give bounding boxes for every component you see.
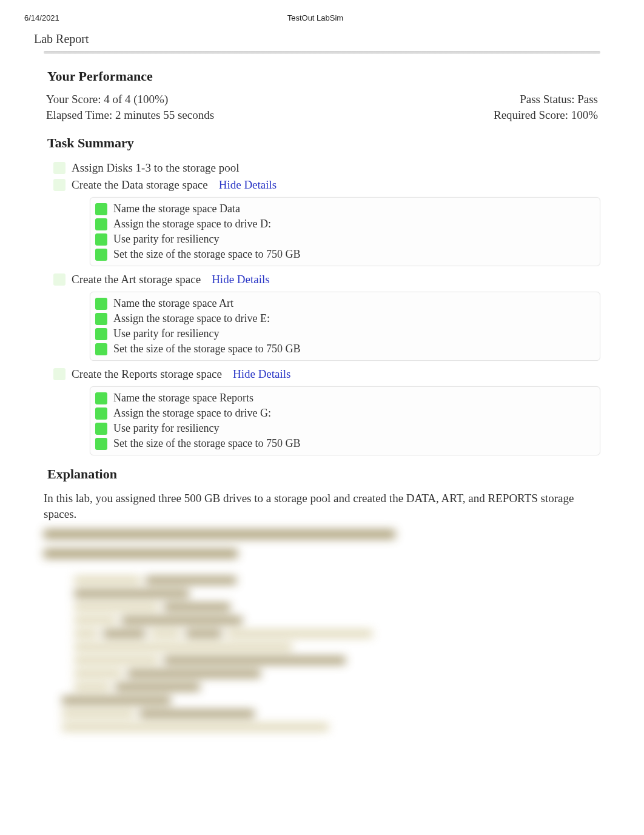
task-label: Create the Reports storage space xyxy=(72,367,222,381)
check-icon xyxy=(95,438,107,450)
check-icon xyxy=(95,423,107,435)
task-item: Assign Disks 1-3 to the storage pool xyxy=(44,159,600,176)
subtask-label: Name the storage space Art xyxy=(113,297,233,310)
subtask-item: Use parity for resiliency xyxy=(94,326,596,341)
hide-details-link[interactable]: Hide Details xyxy=(233,367,291,381)
task-summary-heading: Task Summary xyxy=(47,135,600,151)
task-item: Create the Data storage space Hide Detai… xyxy=(44,176,600,193)
task-details-panel: Name the storage space Art Assign the st… xyxy=(44,292,600,361)
subtask-item: Set the size of the storage space to 750… xyxy=(94,247,596,262)
blurred-content xyxy=(44,528,600,728)
subtask-label: Assign the storage space to drive E: xyxy=(113,312,270,325)
check-icon xyxy=(95,298,107,310)
score-value: Your Score: 4 of 4 (100%) xyxy=(46,93,168,106)
subtask-item: Assign the storage space to drive E: xyxy=(94,311,596,326)
subtask-label: Use parity for resiliency xyxy=(113,422,219,435)
task-details-panel: Name the storage space Data Assign the s… xyxy=(44,197,600,266)
subtask-label: Name the storage space Data xyxy=(113,203,240,215)
check-icon xyxy=(95,233,107,246)
task-label: Assign Disks 1-3 to the storage pool xyxy=(72,161,240,175)
subtask-label: Assign the storage space to drive G: xyxy=(113,407,271,420)
subtask-item: Assign the storage space to drive G: xyxy=(94,406,596,421)
check-icon xyxy=(53,368,65,380)
check-icon xyxy=(53,273,65,286)
subtask-item: Name the storage space Data xyxy=(94,201,596,216)
task-label: Create the Art storage space xyxy=(72,273,201,286)
check-icon xyxy=(95,313,107,325)
subtask-item: Assign the storage space to drive D: xyxy=(94,216,596,232)
subtask-item: Name the storage space Reports xyxy=(94,391,596,406)
subtask-label: Set the size of the storage space to 750… xyxy=(113,248,300,261)
check-icon xyxy=(53,162,65,174)
app-title: TestOut LabSim xyxy=(59,13,571,22)
subtask-item: Name the storage space Art xyxy=(94,296,596,311)
subtask-label: Assign the storage space to drive D: xyxy=(113,218,271,230)
check-icon xyxy=(95,328,107,340)
subtask-item: Use parity for resiliency xyxy=(94,421,596,436)
check-icon xyxy=(95,249,107,261)
subtask-item: Use parity for resiliency xyxy=(94,232,596,247)
page-title: Lab Report xyxy=(0,26,644,51)
hide-details-link[interactable]: Hide Details xyxy=(219,178,277,192)
required-score: Required Score: 100% xyxy=(494,109,598,122)
task-list: Assign Disks 1-3 to the storage pool Cre… xyxy=(44,159,600,455)
check-icon xyxy=(95,343,107,355)
header-date: 6/14/2021 xyxy=(24,13,59,22)
check-icon xyxy=(95,407,107,420)
check-icon xyxy=(95,392,107,404)
subtask-label: Name the storage space Reports xyxy=(113,392,253,404)
check-icon xyxy=(95,203,107,215)
pass-status: Pass Status: Pass xyxy=(520,93,598,106)
explanation-heading: Explanation xyxy=(47,466,600,482)
subtask-label: Set the size of the storage space to 750… xyxy=(113,343,300,355)
performance-heading: Your Performance xyxy=(47,69,600,84)
subtask-item: Set the size of the storage space to 750… xyxy=(94,436,596,451)
subtask-label: Use parity for resiliency xyxy=(113,327,219,340)
task-item: Create the Reports storage space Hide De… xyxy=(44,366,600,383)
elapsed-time: Elapsed Time: 2 minutes 55 seconds xyxy=(46,109,214,122)
check-icon xyxy=(95,218,107,230)
subtask-item: Set the size of the storage space to 750… xyxy=(94,341,596,357)
check-icon xyxy=(53,179,65,191)
task-item: Create the Art storage space Hide Detail… xyxy=(44,271,600,288)
subtask-label: Set the size of the storage space to 750… xyxy=(113,437,300,450)
task-details-panel: Name the storage space Reports Assign th… xyxy=(44,386,600,455)
explanation-intro: In this lab, you assigned three 500 GB d… xyxy=(44,491,600,521)
hide-details-link[interactable]: Hide Details xyxy=(212,273,270,286)
task-label: Create the Data storage space xyxy=(72,178,208,192)
subtask-label: Use parity for resiliency xyxy=(113,233,219,246)
